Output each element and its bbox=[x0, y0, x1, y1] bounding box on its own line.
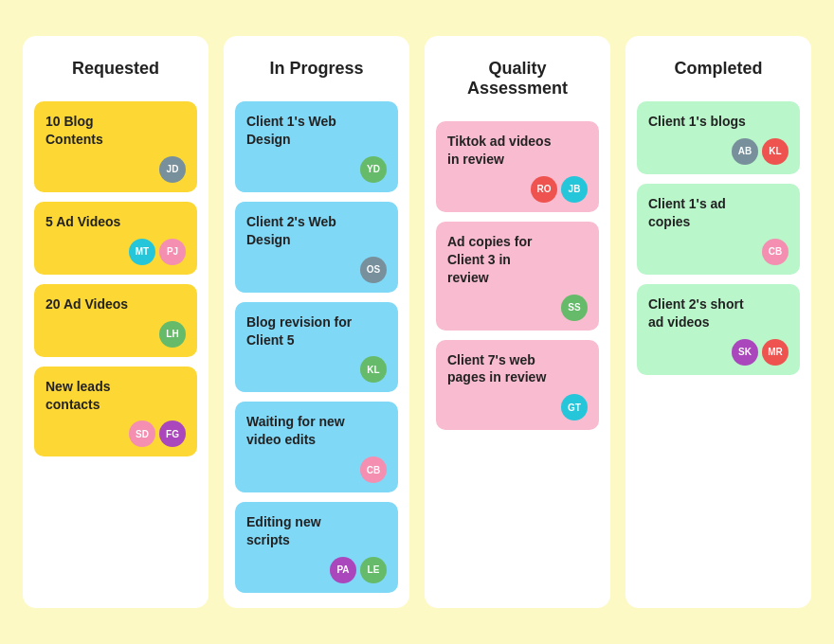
kanban-board: Requested10 Blog ContentsJD5 Ad VideosMT… bbox=[0, 13, 834, 631]
column-header-completed: Completed bbox=[637, 51, 800, 92]
avatar-YD: YD bbox=[360, 156, 387, 183]
column-quality-assessment: Quality AssessmentTiktok ad videos in re… bbox=[425, 36, 610, 608]
avatar-JB: JB bbox=[561, 176, 588, 203]
avatar-CB: CB bbox=[762, 239, 789, 265]
avatar-KL: KL bbox=[360, 356, 387, 383]
card-qa-3[interactable]: Client 7's web pages in reviewGT bbox=[436, 340, 599, 431]
card-text-comp-3: Client 2's short ad videos bbox=[648, 295, 789, 331]
card-ip-3[interactable]: Blog revision for Client 5KL bbox=[235, 302, 398, 393]
card-comp-3[interactable]: Client 2's short ad videosSKMR bbox=[637, 284, 800, 375]
avatar-RO: RO bbox=[531, 176, 557, 203]
card-avatars-comp-2: CB bbox=[648, 239, 789, 265]
card-text-req-4: New leads contacts bbox=[45, 378, 186, 414]
card-req-4[interactable]: New leads contactsSDFG bbox=[34, 367, 197, 457]
column-in-progress: In ProgressClient 1's Web DesignYDClient… bbox=[224, 36, 409, 608]
card-text-ip-1: Client 1's Web Design bbox=[246, 113, 387, 149]
avatar-KL: KL bbox=[762, 138, 789, 165]
card-avatars-ip-5: PALE bbox=[246, 557, 387, 583]
card-avatars-req-4: SDFG bbox=[45, 420, 186, 447]
avatar-PA: PA bbox=[330, 557, 356, 583]
card-text-req-1: 10 Blog Contents bbox=[45, 113, 186, 149]
card-avatars-qa-3: GT bbox=[447, 394, 588, 420]
card-avatars-qa-2: SS bbox=[447, 295, 588, 321]
avatar-LH: LH bbox=[159, 321, 186, 348]
avatar-OS: OS bbox=[360, 257, 387, 283]
avatar-JD: JD bbox=[159, 156, 186, 183]
card-ip-2[interactable]: Client 2's Web DesignOS bbox=[235, 202, 398, 293]
avatar-MR: MR bbox=[762, 339, 789, 366]
card-avatars-ip-4: CB bbox=[246, 456, 387, 483]
card-req-3[interactable]: 20 Ad VideosLH bbox=[34, 284, 197, 357]
avatar-AB: AB bbox=[732, 138, 758, 165]
column-header-quality-assessment: Quality Assessment bbox=[436, 51, 599, 112]
card-text-ip-2: Client 2's Web Design bbox=[246, 213, 387, 249]
card-text-req-3: 20 Ad Videos bbox=[45, 295, 186, 313]
card-ip-4[interactable]: Waiting for new video editsCB bbox=[235, 402, 398, 492]
column-header-requested: Requested bbox=[34, 51, 197, 92]
column-requested: Requested10 Blog ContentsJD5 Ad VideosMT… bbox=[23, 36, 208, 608]
card-text-ip-4: Waiting for new video edits bbox=[246, 413, 387, 449]
card-ip-5[interactable]: Editing new scriptsPALE bbox=[235, 502, 398, 593]
card-avatars-req-1: JD bbox=[45, 156, 186, 183]
card-text-ip-3: Blog revision for Client 5 bbox=[246, 313, 387, 349]
card-text-ip-5: Editing new scripts bbox=[246, 513, 387, 549]
card-ip-1[interactable]: Client 1's Web DesignYD bbox=[235, 101, 398, 192]
card-avatars-comp-1: ABKL bbox=[648, 138, 789, 165]
avatar-SD: SD bbox=[129, 420, 155, 447]
card-avatars-req-2: MTPJ bbox=[45, 239, 186, 265]
card-text-qa-1: Tiktok ad videos in review bbox=[447, 133, 588, 169]
avatar-FG: FG bbox=[159, 420, 186, 447]
card-text-comp-1: Client 1's blogs bbox=[648, 113, 789, 131]
avatar-PJ: PJ bbox=[159, 239, 186, 265]
card-avatars-ip-1: YD bbox=[246, 156, 387, 183]
avatar-LE: LE bbox=[360, 557, 387, 583]
card-req-2[interactable]: 5 Ad VideosMTPJ bbox=[34, 202, 197, 275]
card-qa-2[interactable]: Ad copies for Client 3 in reviewSS bbox=[436, 222, 599, 331]
card-avatars-ip-2: OS bbox=[246, 257, 387, 283]
card-text-req-2: 5 Ad Videos bbox=[45, 213, 186, 231]
card-comp-2[interactable]: Client 1's ad copiesCB bbox=[637, 184, 800, 275]
card-qa-1[interactable]: Tiktok ad videos in reviewROJB bbox=[436, 121, 599, 212]
card-text-qa-3: Client 7's web pages in review bbox=[447, 351, 588, 387]
avatar-CB: CB bbox=[360, 456, 387, 483]
card-avatars-comp-3: SKMR bbox=[648, 339, 789, 366]
card-text-comp-2: Client 1's ad copies bbox=[648, 195, 789, 231]
card-comp-1[interactable]: Client 1's blogsABKL bbox=[637, 101, 800, 174]
card-text-qa-2: Ad copies for Client 3 in review bbox=[447, 233, 588, 287]
column-completed: CompletedClient 1's blogsABKLClient 1's … bbox=[626, 36, 811, 608]
avatar-MT: MT bbox=[129, 239, 155, 265]
avatar-GT: GT bbox=[561, 394, 588, 420]
card-avatars-qa-1: ROJB bbox=[447, 176, 588, 203]
card-avatars-req-3: LH bbox=[45, 321, 186, 348]
card-req-1[interactable]: 10 Blog ContentsJD bbox=[34, 101, 197, 192]
avatar-SK: SK bbox=[732, 339, 758, 366]
avatar-SS: SS bbox=[561, 295, 588, 321]
card-avatars-ip-3: KL bbox=[246, 356, 387, 383]
column-header-in-progress: In Progress bbox=[235, 51, 398, 92]
